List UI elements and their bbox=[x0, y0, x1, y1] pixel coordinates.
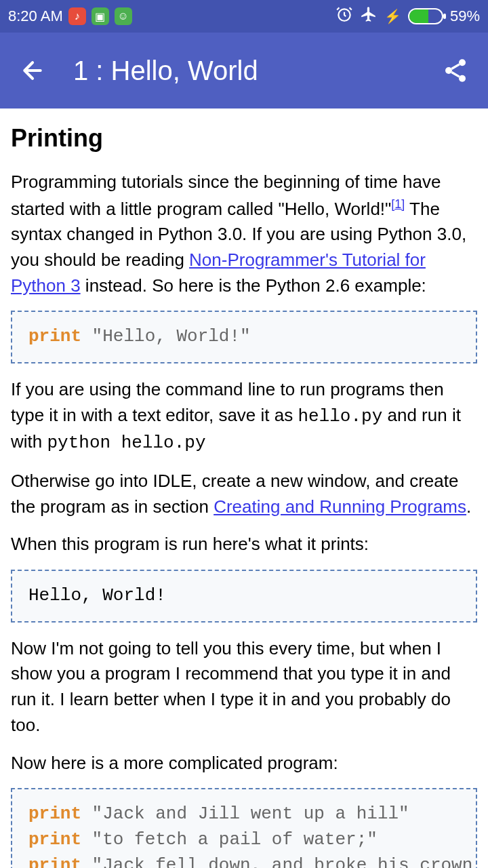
code-block-3: print "Jack and Jill went up a hill" pri… bbox=[11, 788, 477, 868]
svg-point-2 bbox=[445, 67, 452, 74]
charging-icon: ⚡ bbox=[384, 8, 401, 24]
svg-point-1 bbox=[459, 59, 466, 66]
airplane-icon bbox=[360, 5, 378, 27]
share-button[interactable] bbox=[439, 54, 472, 87]
status-time: 8:20 AM bbox=[8, 7, 63, 25]
code-block-2: Hello, World! bbox=[11, 570, 477, 623]
paragraph-5: Now I'm not going to tell you this every… bbox=[11, 636, 477, 738]
battery-icon bbox=[408, 8, 443, 24]
paragraph-3: Otherwise go into IDLE, create a new win… bbox=[11, 469, 477, 519]
app-icon-1: ▣ bbox=[92, 7, 109, 25]
paragraph-4: When this program is run here's what it … bbox=[11, 532, 477, 557]
status-bar: 8:20 AM ♪ ▣ ☺ ⚡ 59% bbox=[0, 0, 488, 33]
page-title: 1 : Hello, World bbox=[73, 56, 439, 86]
article-content: Printing Programming tutorials since the… bbox=[0, 108, 488, 868]
app-bar: 1 : Hello, World bbox=[0, 33, 488, 108]
paragraph-1: Programming tutorials since the beginnin… bbox=[11, 170, 477, 298]
app-icon-2: ☺ bbox=[115, 7, 132, 25]
paragraph-6: Now here is a more complicated program: bbox=[11, 751, 477, 776]
code-block-1: print "Hello, World!" bbox=[11, 311, 477, 363]
back-button[interactable] bbox=[16, 54, 49, 87]
section-heading: Printing bbox=[11, 121, 477, 156]
link-creating-programs[interactable]: Creating and Running Programs bbox=[214, 496, 466, 517]
svg-point-3 bbox=[459, 75, 466, 82]
battery-pct: 59% bbox=[450, 7, 480, 25]
alarm-icon bbox=[336, 5, 353, 27]
music-icon: ♪ bbox=[68, 7, 86, 25]
footnote-link-1[interactable]: [1] bbox=[391, 197, 405, 211]
paragraph-2: If you are using the command line to run… bbox=[11, 377, 477, 456]
